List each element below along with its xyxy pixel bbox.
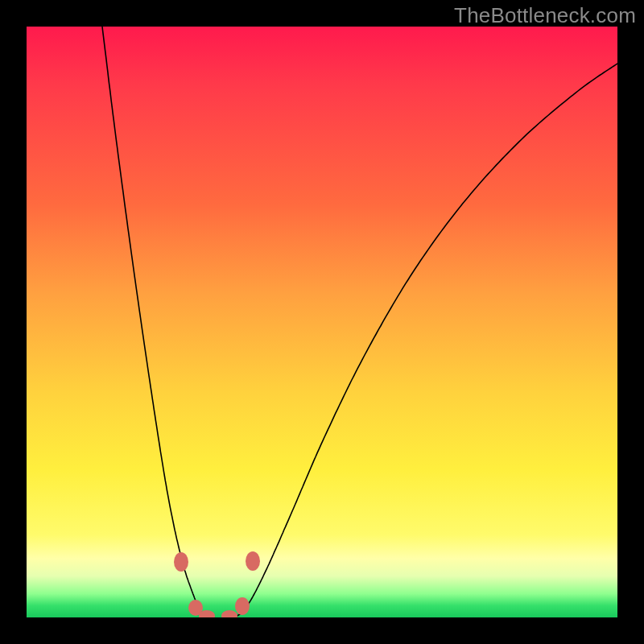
bottleneck-marker (246, 551, 260, 571)
watermark-text: TheBottleneck.com (454, 3, 636, 28)
plot-area (27, 27, 617, 617)
bottleneck-marker (235, 597, 250, 615)
curve-overlay (27, 27, 617, 617)
chart-frame: TheBottleneck.com (0, 0, 644, 644)
curve-right (236, 64, 617, 617)
curve-left (102, 27, 208, 617)
bottleneck-marker (174, 552, 188, 572)
bottleneck-marker (221, 610, 237, 617)
bottleneck-markers (174, 551, 260, 617)
